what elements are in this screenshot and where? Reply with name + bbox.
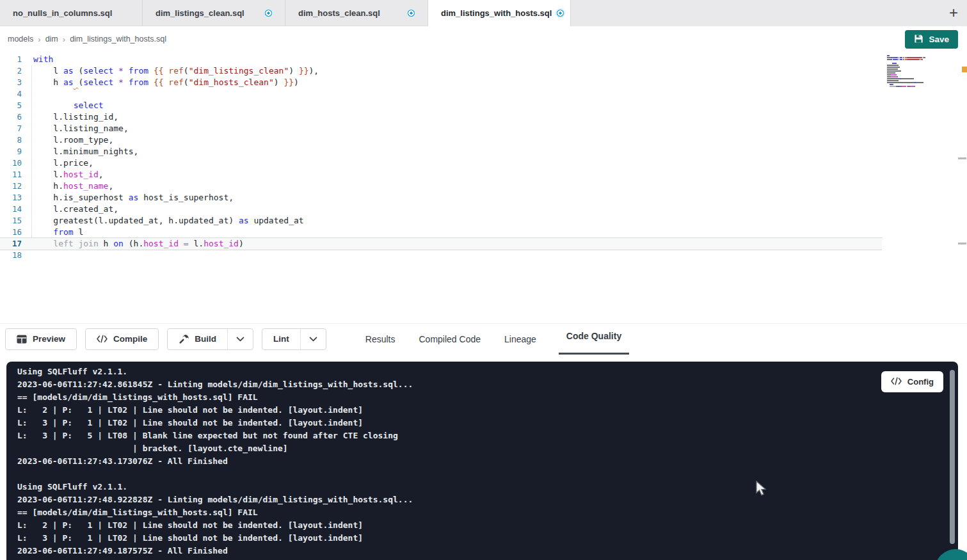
line-number: 15: [0, 215, 22, 227]
line-number: 16: [0, 227, 22, 238]
panel-tab-compiled-code[interactable]: Compiled Code: [418, 324, 483, 355]
panel-tab-code-quality[interactable]: Code Quality: [559, 324, 629, 355]
line-number: 10: [0, 157, 22, 169]
line-number: 17: [0, 238, 22, 250]
code-line-text: left join h on (h.host_id = l.host_id): [33, 238, 244, 250]
button-label: Preview: [33, 334, 65, 344]
code-line[interactable]: 16 from l: [0, 227, 967, 238]
tab-label: no_nulls_in_columns.sql: [13, 8, 112, 18]
code-line-text: l.created_at,: [33, 204, 118, 215]
panel-tab-label: Lineage: [504, 334, 536, 344]
preview-button[interactable]: Preview: [5, 328, 77, 350]
terminal-output: Using SQLFluff v2.1.1. 2023-06-06T11:27:…: [6, 362, 958, 560]
save-button[interactable]: Save: [905, 30, 958, 49]
code-line-text: l.price,: [33, 157, 93, 169]
editor-tab[interactable]: dim_listings_with_hosts.sql: [428, 0, 571, 26]
button-label: Lint: [273, 334, 289, 344]
code-line[interactable]: 17 left join h on (h.host_id = l.host_id…: [0, 238, 882, 250]
line-number: 6: [0, 111, 22, 123]
code-line-text: h.host_name,: [33, 180, 113, 192]
code-line-text: h.is_superhost as host_is_superhost,: [33, 192, 234, 204]
code-line[interactable]: 11 l.host_id,: [0, 169, 967, 180]
panel-tab-lineage[interactable]: Lineage: [503, 324, 538, 355]
breadcrumb-separator: ›: [38, 35, 40, 44]
code-line-text: l.host_id,: [33, 169, 104, 180]
tab-label: dim_listings_with_hosts.sql: [441, 8, 552, 18]
editor-action-bar: PreviewCompileBuildLint ResultsCompiled …: [0, 323, 967, 354]
line-number: 1: [0, 54, 22, 65]
code-line[interactable]: 9 l.minimum_nights,: [0, 146, 967, 157]
editor-tab-bar: no_nulls_in_columns.sqldim_listings_clea…: [0, 0, 967, 26]
code-line[interactable]: 7 l.listing_name,: [0, 123, 967, 134]
code-line-text: select: [33, 100, 104, 111]
code-icon: [97, 335, 108, 343]
scrollbar-warning-marker: [962, 67, 967, 72]
config-button[interactable]: Config: [881, 371, 943, 392]
terminal: Using SQLFluff v2.1.1. 2023-06-06T11:27:…: [6, 362, 958, 560]
code-line[interactable]: 14 l.created_at,: [0, 204, 967, 215]
code-line-text: l as (select * from {{ ref("dim_listings…: [33, 65, 319, 77]
code-line[interactable]: 10 l.price,: [0, 157, 967, 169]
line-number: 3: [0, 77, 22, 88]
build-button[interactable]: Build: [167, 328, 253, 350]
tab-label: dim_hosts_clean.sql: [298, 8, 380, 18]
compile-button[interactable]: Compile: [85, 328, 159, 350]
code-line[interactable]: 4: [0, 88, 967, 100]
editor-minimap[interactable]: [887, 55, 936, 90]
tab-label: dim_listings_clean.sql: [156, 8, 244, 18]
modified-dot-icon: [557, 10, 564, 17]
code-line[interactable]: 5 select: [0, 100, 967, 111]
panel-tab-label: Results: [365, 334, 396, 344]
code-line[interactable]: 15 greatest(l.updated_at, h.updated_at) …: [0, 215, 967, 227]
code-editor[interactable]: 1with2 l as (select * from {{ ref("dim_l…: [0, 52, 967, 323]
code-line-text: l.listing_name,: [33, 123, 129, 134]
line-number: 18: [0, 250, 22, 261]
lint-button[interactable]: Lint: [262, 328, 326, 350]
panel-tab-results[interactable]: Results: [364, 324, 397, 355]
code-line-text: h as (select * from {{ ref("dim_hosts_cl…: [33, 77, 299, 88]
line-number: 12: [0, 180, 22, 192]
code-line-text: l.minimum_nights,: [33, 146, 138, 157]
line-number: 5: [0, 100, 22, 111]
panel-tab-label: Code Quality: [566, 331, 621, 341]
code-line-text: from l: [33, 227, 83, 238]
config-button-label: Config: [907, 377, 934, 387]
code-icon: [891, 377, 902, 387]
code-line[interactable]: 8 l.room_type,: [0, 134, 967, 146]
code-line[interactable]: 13 h.is_superhost as host_is_superhost,: [0, 192, 967, 204]
button-label: Compile: [113, 334, 147, 344]
save-icon: [914, 34, 923, 45]
hammer-icon: [179, 334, 189, 344]
panel-tab-label: Compiled Code: [419, 334, 481, 344]
code-line[interactable]: 2 l as (select * from {{ ref("dim_listin…: [0, 65, 967, 77]
editor-tab[interactable]: dim_listings_clean.sql: [143, 0, 285, 26]
line-number: 2: [0, 65, 22, 77]
breadcrumb-item[interactable]: dim: [45, 35, 58, 44]
plus-icon[interactable]: +: [949, 3, 958, 23]
editor-tab[interactable]: no_nulls_in_columns.sql: [0, 0, 143, 26]
code-line[interactable]: 12 h.host_name,: [0, 180, 967, 192]
code-line-text: l.room_type,: [33, 134, 113, 146]
editor-tab[interactable]: dim_hosts_clean.sql: [285, 0, 428, 26]
scrollbar-annotation: [958, 243, 966, 244]
code-line-text: with: [33, 54, 53, 65]
code-line[interactable]: 3 h as (select * from {{ ref("dim_hosts_…: [0, 77, 967, 88]
breadcrumb-item[interactable]: models: [8, 35, 33, 44]
active-tab-underline: [559, 353, 629, 355]
terminal-scrollbar-thumb[interactable]: [950, 370, 955, 544]
save-button-label: Save: [929, 35, 949, 44]
scrollbar-annotation: [958, 157, 966, 159]
result-panel-tabs: ResultsCompiled CodeLineageCode Quality: [364, 324, 650, 355]
line-number: 8: [0, 134, 22, 146]
line-number: 9: [0, 146, 22, 157]
modified-dot-icon: [265, 10, 272, 17]
code-line[interactable]: 6 l.listing_id,: [0, 111, 967, 123]
code-line[interactable]: 1with: [0, 54, 967, 65]
breadcrumb: models›dim›dim_listings_with_hosts.sql S…: [0, 26, 967, 52]
chevron-down-icon[interactable]: [227, 329, 253, 349]
breadcrumb-separator: ›: [63, 35, 65, 44]
code-line[interactable]: 18: [0, 250, 967, 261]
chevron-down-icon[interactable]: [300, 329, 326, 349]
breadcrumb-item[interactable]: dim_listings_with_hosts.sql: [70, 35, 166, 44]
code-line-text: l.listing_id,: [33, 111, 118, 123]
